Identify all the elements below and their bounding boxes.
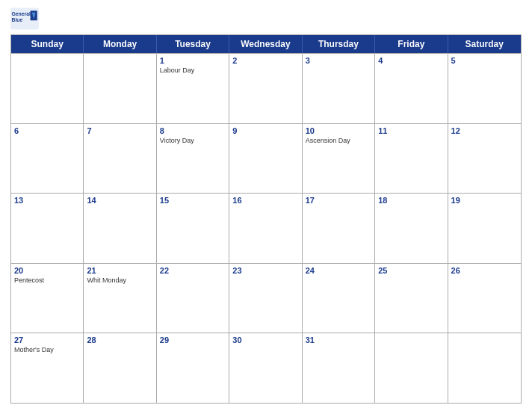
- calendar-cell: 28: [84, 333, 156, 403]
- calendar: SundayMondayTuesdayWednesdayThursdayFrid…: [10, 34, 522, 404]
- weekday-header: Wednesday: [229, 35, 302, 53]
- cell-date-number: 16: [232, 196, 298, 205]
- calendar-cell: 16: [229, 194, 302, 263]
- calendar-cell: 7: [84, 124, 156, 194]
- calendar-cell: 31: [303, 333, 375, 403]
- calendar-cell: [448, 333, 521, 403]
- svg-text:Blue: Blue: [12, 17, 23, 22]
- cell-date-number: 13: [14, 196, 80, 205]
- calendar-week: 27Mother's Day28293031: [11, 333, 521, 403]
- cell-date-number: 5: [451, 56, 518, 65]
- calendar-cell: 17: [303, 194, 375, 263]
- svg-text:General: General: [12, 11, 31, 16]
- cell-date-number: 10: [306, 126, 371, 135]
- calendar-cell: 20Pentecost: [11, 264, 84, 333]
- calendar-cell: 3: [303, 54, 375, 123]
- calendar-cell: 9: [229, 124, 302, 194]
- calendar-cell: 4: [375, 54, 448, 123]
- calendar-cell: 29: [157, 333, 229, 403]
- cell-date-number: 15: [160, 196, 226, 205]
- calendar-cell: 12: [448, 124, 521, 194]
- cell-event-label: Whit Monday: [87, 276, 152, 285]
- cell-date-number: 31: [306, 336, 371, 344]
- cell-date-number: 14: [87, 196, 152, 205]
- calendar-cell: 13: [11, 194, 84, 263]
- cell-date-number: 12: [451, 126, 518, 135]
- weekday-header: Friday: [375, 35, 448, 53]
- calendar-cell: 18: [375, 194, 448, 263]
- calendar-cell: 22: [157, 264, 229, 333]
- cell-date-number: 18: [378, 196, 444, 205]
- cell-event-label: Ascension Day: [306, 137, 371, 145]
- cell-date-number: 1: [160, 56, 226, 65]
- cell-date-number: 29: [160, 336, 226, 344]
- calendar-cell: 1Labour Day: [157, 54, 229, 123]
- cell-date-number: 7: [87, 126, 152, 135]
- cell-date-number: 11: [378, 126, 444, 135]
- calendar-cell: [375, 333, 448, 403]
- cell-date-number: 3: [306, 56, 371, 65]
- calendar-cell: 11: [375, 124, 448, 194]
- cell-event-label: Victory Day: [160, 137, 226, 145]
- calendar-cell: 21Whit Monday: [84, 264, 156, 333]
- calendar-cell: 25: [375, 264, 448, 333]
- calendar-cell: 2: [229, 54, 302, 123]
- cell-event-label: Pentecost: [14, 276, 80, 285]
- cell-date-number: 23: [232, 266, 298, 275]
- cell-date-number: 22: [160, 266, 226, 275]
- cell-date-number: 4: [378, 56, 444, 65]
- weekday-header: Monday: [84, 35, 156, 53]
- calendar-cell: 23: [229, 264, 302, 333]
- cell-date-number: 25: [378, 266, 444, 275]
- calendar-header: SundayMondayTuesdayWednesdayThursdayFrid…: [11, 35, 521, 53]
- cell-date-number: 8: [160, 126, 226, 135]
- calendar-cell: 5: [448, 54, 521, 123]
- cell-date-number: 6: [14, 126, 80, 135]
- calendar-cell: 10Ascension Day: [303, 124, 375, 194]
- calendar-cell: 26: [448, 264, 521, 333]
- cell-event-label: Mother's Day: [14, 346, 80, 354]
- logo: General Blue: [10, 7, 39, 30]
- calendar-cell: [11, 54, 84, 123]
- cell-date-number: 26: [451, 266, 518, 275]
- calendar-week: 20Pentecost21Whit Monday2223242526: [11, 263, 521, 333]
- weekday-header: Thursday: [303, 35, 375, 53]
- cell-date-number: 30: [232, 336, 298, 344]
- calendar-cell: [84, 54, 156, 123]
- cell-date-number: 2: [232, 56, 298, 65]
- calendar-cell: 14: [84, 194, 156, 263]
- weekday-header: Sunday: [11, 35, 84, 53]
- calendar-cell: 15: [157, 194, 229, 263]
- cell-date-number: 27: [14, 336, 80, 344]
- calendar-week: 1Labour Day2345: [11, 53, 521, 123]
- cell-date-number: 9: [232, 126, 298, 135]
- cell-date-number: 19: [451, 196, 518, 205]
- cell-date-number: 20: [14, 266, 80, 275]
- calendar-cell: 6: [11, 124, 84, 194]
- calendar-week: 13141516171819: [11, 193, 521, 263]
- calendar-week: 678Victory Day910Ascension Day1112: [11, 123, 521, 194]
- calendar-cell: 24: [303, 264, 375, 333]
- calendar-body: 1Labour Day2345678Victory Day910Ascensio…: [11, 53, 521, 403]
- calendar-cell: 27Mother's Day: [11, 333, 84, 403]
- cell-date-number: 21: [87, 266, 152, 275]
- cell-date-number: 17: [306, 196, 371, 205]
- cell-date-number: 24: [306, 266, 371, 275]
- cell-event-label: Labour Day: [160, 67, 226, 75]
- header: General Blue: [10, 7, 522, 30]
- calendar-cell: 30: [229, 333, 302, 403]
- calendar-cell: 19: [448, 194, 521, 263]
- weekday-header: Tuesday: [157, 35, 229, 53]
- calendar-cell: 8Victory Day: [157, 124, 229, 194]
- weekday-header: Saturday: [448, 35, 521, 53]
- cell-date-number: 28: [87, 336, 152, 344]
- page: General Blue SundayMondayTuesdayWednesda…: [0, 0, 532, 411]
